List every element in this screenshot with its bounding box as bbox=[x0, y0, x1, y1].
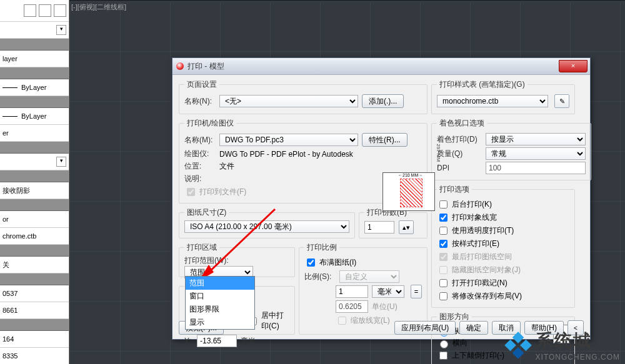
dialog-titlebar[interactable]: 打印 - 模型 × bbox=[172, 58, 590, 75]
opt-hidepaper-check bbox=[439, 266, 448, 274]
plotter-label: 绘图仪: bbox=[184, 149, 216, 159]
quality-label: 质量(Q) bbox=[437, 149, 482, 159]
toolbar-icon-3[interactable] bbox=[54, 4, 66, 17]
option-display[interactable]: 显示 bbox=[186, 316, 254, 329]
page-setup-group: 页面设置 名称(N): <无> 添加(.)... bbox=[179, 79, 428, 114]
shadow-row[interactable]: 接收阴影 bbox=[0, 182, 69, 199]
printarea-dropdown-list[interactable]: 范围 窗口 图形界限 显示 bbox=[185, 276, 255, 330]
where-label: 位置: bbox=[184, 161, 216, 172]
guan-row[interactable]: 关 bbox=[0, 257, 69, 273]
opt-stamp-check[interactable] bbox=[439, 279, 448, 287]
papersize-group: 图纸尺寸(Z) ISO A4 (210.00 x 297.00 毫米) bbox=[179, 207, 355, 239]
printarea-group: 打印区域 打印范围(W): 范围 bbox=[179, 242, 295, 277]
viewport-title: [-][俯视][二维线框] bbox=[71, 2, 126, 12]
pagesetup-name-select[interactable]: <无> bbox=[219, 95, 358, 107]
scale-equals: = bbox=[411, 285, 422, 298]
where-value: 文件 bbox=[219, 161, 234, 172]
shade-label: 着色打印(D) bbox=[437, 134, 482, 145]
plotoptions-legend: 打印选项 bbox=[437, 184, 472, 195]
option-extents[interactable]: 范围 bbox=[186, 277, 254, 290]
opt-transparency-check[interactable] bbox=[439, 227, 448, 235]
close-button[interactable]: × bbox=[559, 60, 588, 72]
pagesetup-name-label: 名称(N): bbox=[184, 96, 216, 107]
scale-label: 比例(S): bbox=[304, 272, 336, 282]
opt-lineweights-label: 打印对象线宽 bbox=[452, 212, 497, 223]
ok-button[interactable]: 确定 bbox=[459, 321, 488, 335]
or-row: or bbox=[0, 211, 69, 228]
num-row-3: 164 bbox=[0, 331, 69, 348]
opt-bystyle-check[interactable] bbox=[439, 240, 448, 248]
chrome-row[interactable]: chrome.ctb bbox=[0, 228, 69, 245]
opt-hidepaper-label: 隐藏图纸空间对象(J) bbox=[452, 265, 521, 275]
er-row: er bbox=[0, 125, 69, 142]
orient-upside-check[interactable] bbox=[439, 352, 448, 360]
printarea-legend: 打印区域 bbox=[184, 242, 219, 253]
plotstyle-edit-icon[interactable]: ✎ bbox=[554, 94, 569, 108]
option-window[interactable]: 窗口 bbox=[186, 290, 254, 303]
svg-rect-2 bbox=[512, 332, 524, 343]
scale-num-input[interactable] bbox=[336, 285, 368, 298]
printer-name-label: 名称(M): bbox=[184, 135, 216, 145]
paper-preview: ←210 MM→ bbox=[382, 172, 435, 211]
opt-transparency-label: 使用透明度打印(T) bbox=[452, 225, 514, 236]
papersize-select[interactable]: ISO A4 (210.00 x 297.00 毫米) bbox=[184, 220, 349, 233]
papersize-legend: 图纸尺寸(Z) bbox=[184, 207, 229, 218]
pagesetup-add-button[interactable]: 添加(.)... bbox=[362, 94, 404, 108]
printarea-what-label: 打印范围(W): bbox=[184, 255, 229, 266]
copies-group: 打印份数(B) ▴▾ bbox=[359, 207, 428, 239]
option-limits[interactable]: 图形界限 bbox=[186, 303, 254, 316]
dock-section bbox=[0, 39, 69, 51]
opt-savelayout-label: 将修改保存到布局(V) bbox=[452, 291, 522, 302]
desc-label: 说明: bbox=[184, 174, 216, 184]
viewport-group: 着色视口选项 着色打印(D) 按显示 质量(Q) 常规 DPI bbox=[431, 118, 591, 180]
dpi-input bbox=[486, 162, 586, 174]
opt-background-check[interactable] bbox=[439, 200, 448, 209]
scale-fit-check[interactable] bbox=[307, 258, 315, 267]
page-setup-legend: 页面设置 bbox=[184, 79, 219, 90]
num-row-1: 0537 bbox=[0, 285, 69, 302]
svg-rect-4 bbox=[504, 340, 516, 352]
orient-landscape-label: 横向 bbox=[452, 338, 468, 348]
toolbar-icon-1[interactable] bbox=[24, 4, 36, 17]
orient-landscape-radio[interactable] bbox=[440, 340, 448, 348]
apply-layout-button[interactable]: 应用到布局(U) bbox=[394, 321, 456, 335]
plotter-value: DWG To PDF - PDF ePlot - by Autodesk bbox=[219, 150, 353, 159]
toolbar-icon-2[interactable] bbox=[39, 4, 51, 17]
watermark-url: XITONGCHENG.COM bbox=[536, 353, 620, 362]
preview-height: ← 297 MM → bbox=[436, 137, 441, 168]
bylayer-row-1[interactable]: ByLayer bbox=[0, 79, 69, 96]
plotstyle-legend: 打印样式表 (画笔指定)(G) bbox=[437, 79, 528, 90]
layer-row[interactable]: layer bbox=[0, 51, 69, 67]
preview-width: ←210 MM→ bbox=[398, 173, 422, 177]
app-icon bbox=[176, 62, 184, 70]
dock-dropdown-1[interactable]: ▾ bbox=[0, 22, 69, 39]
plotstyle-select[interactable]: monochrome.ctb bbox=[437, 95, 548, 107]
plotoptions-group: 打印选项 后台打印(K) 打印对象线宽 使用透明度打印(T) 按样式打印(E) … bbox=[431, 184, 575, 308]
opt-paperspace-check bbox=[439, 253, 448, 261]
printer-name-select[interactable]: DWG To PDF.pc3 bbox=[219, 134, 358, 146]
quality-select[interactable]: 常规 bbox=[486, 147, 586, 160]
copies-spinner[interactable]: ▴▾ bbox=[399, 220, 414, 234]
opt-bystyle-label: 按样式打印(E) bbox=[452, 239, 499, 249]
opt-lineweights-check[interactable] bbox=[439, 214, 448, 222]
printer-group: 打印机/绘图仪 名称(M): DWG To PDF.pc3 特性(R)... 绘… bbox=[179, 118, 428, 204]
left-properties-dock: ▾ layer ByLayer ByLayer er ▾ 接收阴影 or chr… bbox=[0, 0, 69, 364]
num-row-2: 8661 bbox=[0, 302, 69, 319]
opt-stamp-label: 打开打印戳记(N) bbox=[452, 278, 508, 288]
copies-input[interactable] bbox=[364, 221, 394, 234]
opt-background-label: 后台打印(K) bbox=[452, 199, 492, 210]
opt-savelayout-check[interactable] bbox=[439, 292, 448, 300]
bylayer-row-2[interactable]: ByLayer bbox=[0, 108, 69, 125]
printer-legend: 打印机/绘图仪 bbox=[184, 118, 236, 129]
scale-unit-select[interactable]: 毫米 bbox=[372, 285, 404, 298]
shade-select[interactable]: 按显示 bbox=[486, 133, 586, 145]
watermark-logo-icon bbox=[504, 332, 532, 359]
svg-rect-3 bbox=[520, 340, 532, 352]
watermark: 系统城 XITONGCHENG.COM bbox=[504, 329, 620, 362]
opt-paperspace-label: 最后打印图纸空间 bbox=[452, 252, 512, 262]
scale-select: 自定义 bbox=[339, 270, 399, 283]
print-to-file-label: 打印到文件(F) bbox=[199, 187, 246, 197]
viewport-legend: 着色视口选项 bbox=[437, 118, 487, 129]
printer-props-button[interactable]: 特性(R)... bbox=[362, 133, 408, 147]
scale-fit-label: 布满图纸(I) bbox=[319, 257, 356, 268]
